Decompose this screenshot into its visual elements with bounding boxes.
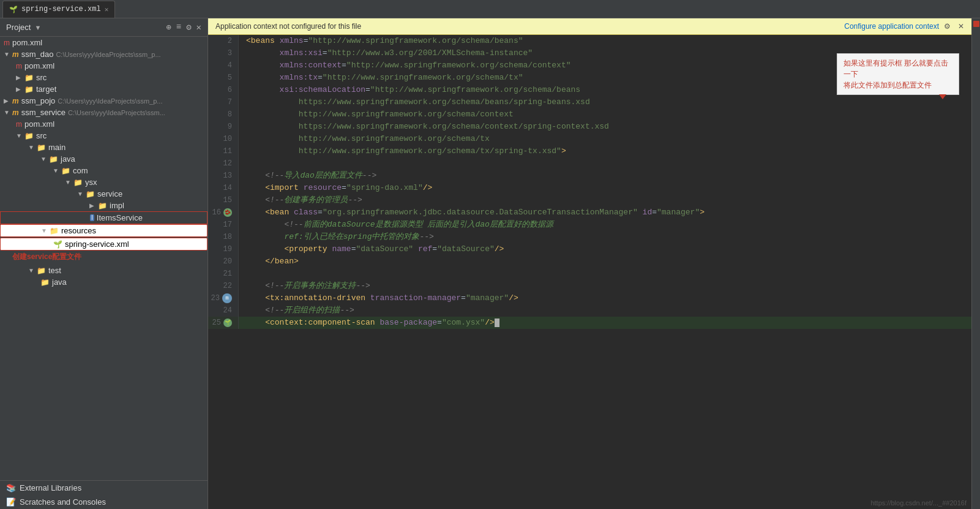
line-content-17: <!--前面的dataSource是数据源类型 后面的是引入dao层配置好的数据… <box>239 219 553 231</box>
tree-item-resources[interactable]: ▼ 📁 resources <box>0 224 208 237</box>
line-content-10: http://www.springframework.org/schema/tx <box>239 133 490 145</box>
src-service-label: src <box>36 131 47 140</box>
line-num-9: 9 <box>228 121 232 133</box>
tree-item-ssm-service[interactable]: ▼ m ssm_service C:\Users\yyy\IdeaProject… <box>0 107 208 118</box>
right-gutter-error-marker <box>973 21 979 27</box>
gutter-20: 20 <box>208 255 239 268</box>
tree-item-items-service[interactable]: I ItemsService <box>0 211 208 224</box>
line-content-22: <!--开启事务的注解支持--> <box>239 280 370 292</box>
gutter-16: 16 🫘 <box>208 206 239 219</box>
gutter-17: 17 <box>208 219 239 231</box>
external-libraries-item[interactable]: 📚 External Libraries <box>0 481 208 495</box>
settings-icon[interactable]: ⚙ <box>186 22 191 32</box>
line-content-14: <import resource="spring-dao.xml"/> <box>239 182 432 194</box>
tree-item-pom-service[interactable]: m pom.xml <box>0 118 208 130</box>
src-service-arrow: ▼ <box>16 132 23 139</box>
service-folder-label: service <box>97 189 122 198</box>
resources-icon: 📁 <box>50 227 59 235</box>
tree-item-java[interactable]: ▼ 📁 java <box>0 153 208 165</box>
test-arrow: ▼ <box>28 267 36 274</box>
tree-item-ysx[interactable]: ▼ 📁 ysx <box>0 176 208 188</box>
java-test-label: java <box>52 277 67 287</box>
ssm-service-label: ssm_service <box>21 108 65 117</box>
dao-arrow: ▼ <box>4 51 11 58</box>
notification-gear-icon[interactable]: ⚙ <box>944 22 951 31</box>
code-line-25: 25 🌱 <context:component-scan base-packag… <box>208 317 971 329</box>
com-icon: 📁 <box>61 167 70 175</box>
gutter-11: 11 <box>208 145 239 157</box>
tree-item-pom-dao[interactable]: m pom.xml <box>0 60 208 72</box>
external-lib-label: External Libraries <box>20 483 81 492</box>
tree-item-pom-root[interactable]: m pom.xml <box>0 37 208 48</box>
gutter-9: 9 <box>208 121 239 133</box>
line-content-13: <!--导入dao层的配置文件--> <box>239 170 376 182</box>
code-line-12: 12 <box>208 157 971 170</box>
gutter-4: 4 <box>208 59 239 72</box>
locate-icon[interactable]: ⊕ <box>166 22 171 32</box>
gutter-bean-icon-25: 🌱 <box>223 319 232 327</box>
gutter-bean-icon-16: 🫘 <box>223 208 232 217</box>
gutter-8: 8 <box>208 108 239 121</box>
resources-label: resources <box>61 226 96 235</box>
line-num-18: 18 <box>223 231 232 243</box>
tree-item-target[interactable]: ▶ 📁 target <box>0 83 208 95</box>
tree-item-spring-service-xml[interactable]: 🌱 spring-service.xml <box>0 238 208 251</box>
target-arrow: ▶ <box>16 86 23 92</box>
tree-item-src-service[interactable]: ▼ 📁 src <box>0 130 208 141</box>
pom-icon: m <box>4 39 10 47</box>
tree-item-src-dao[interactable]: ▶ 📁 src <box>0 72 208 83</box>
ssm-dao-label: ssm_dao <box>21 50 54 59</box>
tree-item-test[interactable]: ▼ 📁 test <box>0 265 208 276</box>
tree-item-java-test[interactable]: 📁 java <box>0 276 208 288</box>
gutter-5: 5 <box>208 72 239 84</box>
line-content-4: xmlns:context="http://www.springframewor… <box>239 59 571 72</box>
close-sidebar-icon[interactable]: ✕ <box>196 22 201 32</box>
ysx-icon: 📁 <box>73 178 83 187</box>
line-content-15: <!--创建事务的管理员--> <box>239 194 362 206</box>
line-content-7: https://www.springframework.org/schema/b… <box>239 96 590 108</box>
tree-item-service-folder[interactable]: ▼ 📁 service <box>0 188 208 200</box>
gutter-21: 21 <box>208 268 239 280</box>
line-content-12 <box>239 157 251 170</box>
line-num-13: 13 <box>223 170 232 182</box>
sidebar-header-actions: ⊕ ≡ ⚙ ✕ <box>166 22 201 32</box>
com-arrow: ▼ <box>53 167 60 174</box>
tab-close-button[interactable]: ✕ <box>105 6 109 13</box>
ssm-service-path: C:\Users\yyy\IdeaProjects\ssm... <box>68 109 165 116</box>
tab-spring-service[interactable]: 🌱 spring-service.xml ✕ <box>2 1 115 18</box>
src-dao-icon: 📁 <box>24 74 34 82</box>
notification-actions: Configure application context ⚙ ✕ <box>844 22 964 31</box>
service-module-icon: m <box>12 108 19 117</box>
annotation-line1: 如果这里有提示框 那么就要点击一下 <box>843 58 952 80</box>
tree-item-com[interactable]: ▼ 📁 com <box>0 165 208 176</box>
line-content-18: ref:引入已经在spring中托管的对象--> <box>239 231 434 243</box>
line-num-14: 14 <box>223 182 232 194</box>
line-num-7: 7 <box>228 96 232 108</box>
annotation-arrow <box>939 94 946 99</box>
editor-area: Application context not configured for t… <box>208 18 971 509</box>
collapse-icon[interactable]: ≡ <box>176 22 181 32</box>
line-num-12: 12 <box>223 157 232 170</box>
impl-icon: 📁 <box>98 202 107 210</box>
tree-item-impl[interactable]: ▶ 📁 impl <box>0 200 208 211</box>
test-label: test <box>48 266 61 275</box>
sidebar: Project ▼ ⊕ ≡ ⚙ ✕ m pom.xml ▼ m ss <box>0 18 208 509</box>
notification-bar: Application context not configured for t… <box>208 18 971 35</box>
gutter-15: 15 <box>208 194 239 206</box>
gutter-2: 2 <box>208 35 239 47</box>
code-line-7: 7 https://www.springframework.org/schema… <box>208 96 971 108</box>
line-num-17: 17 <box>223 219 232 231</box>
java-arrow: ▼ <box>40 156 48 162</box>
code-line-17: 17 <!--前面的dataSource是数据源类型 后面的是引入dao层配置好… <box>208 219 971 231</box>
tree-item-ssm-pojo[interactable]: ▶ m ssm_pojo C:\Users\yyy\IdeaProjects\s… <box>0 95 208 107</box>
external-lib-icon: 📚 <box>6 483 16 492</box>
code-editor[interactable]: 如果这里有提示框 那么就要点击一下 将此文件添加到总配置文件 2 <beans … <box>208 35 971 509</box>
scratches-item[interactable]: 📝 Scratches and Consoles <box>0 495 208 509</box>
ssm-dao-path: C:\Users\yyy\IdeaProjects\ssm_p... <box>56 51 160 58</box>
dropdown-icon[interactable]: ▼ <box>34 24 41 31</box>
tree-item-main[interactable]: ▼ 📁 main <box>0 141 208 153</box>
tree-item-ssm-dao[interactable]: ▼ m ssm_dao C:\Users\yyy\IdeaProjects\ss… <box>0 48 208 60</box>
right-gutter <box>971 18 980 509</box>
notification-close-button[interactable]: ✕ <box>958 22 964 31</box>
configure-link[interactable]: Configure application context <box>844 22 939 31</box>
